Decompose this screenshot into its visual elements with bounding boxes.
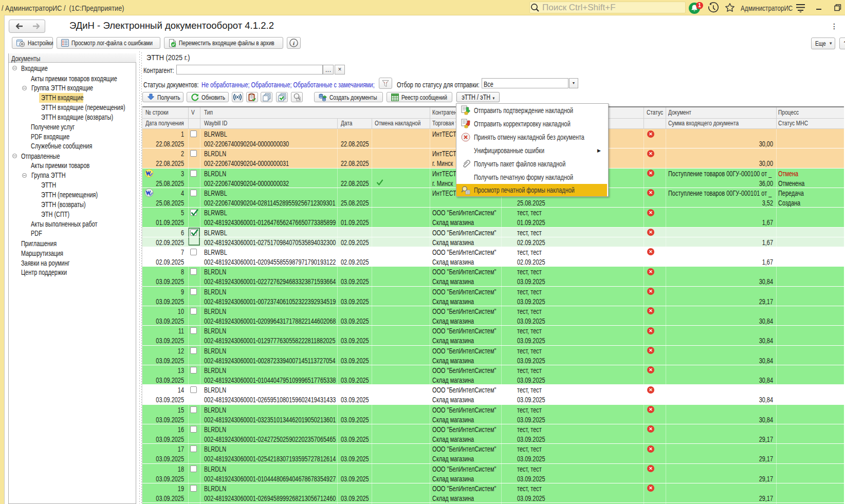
svg-text:i: i <box>293 40 295 46</box>
svg-text:1: 1 <box>698 3 701 8</box>
